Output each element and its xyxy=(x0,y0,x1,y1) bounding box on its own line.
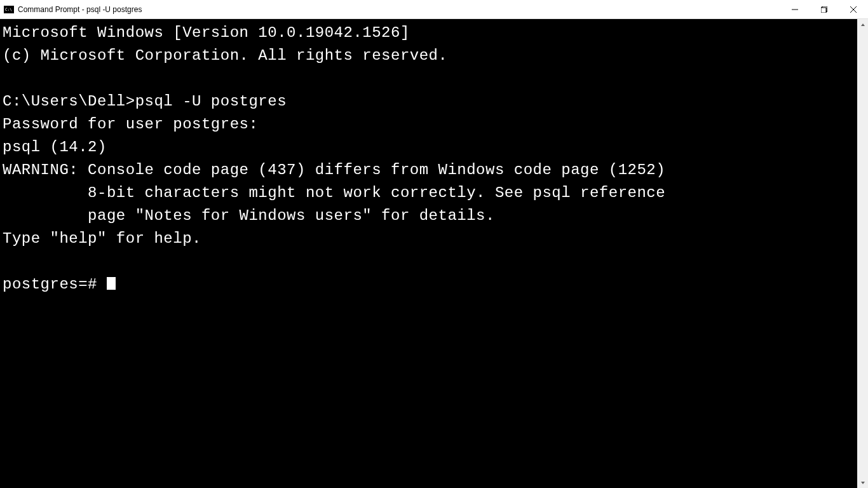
cursor-icon xyxy=(107,277,116,290)
terminal-prompt: postgres=# xyxy=(3,276,107,293)
titlebar-left: C:\ Command Prompt - psql -U postgres xyxy=(0,4,142,15)
maximize-button[interactable] xyxy=(810,0,839,18)
window-titlebar: C:\ Command Prompt - psql -U postgres xyxy=(0,0,868,19)
terminal-line: page "Notes for Windows users" for detai… xyxy=(3,207,495,224)
minimize-button[interactable] xyxy=(780,0,810,18)
svg-rect-7 xyxy=(821,8,826,13)
svg-text:C:\: C:\ xyxy=(5,7,12,11)
terminal-line: Password for user postgres: xyxy=(3,116,258,133)
svg-marker-14 xyxy=(861,24,865,26)
terminal-line: 8-bit characters might not work correctl… xyxy=(3,184,665,201)
window-controls xyxy=(780,0,868,18)
terminal-line: (c) Microsoft Corporation. All rights re… xyxy=(3,47,447,64)
terminal-line: C:\Users\Dell>psql -U postgres xyxy=(3,93,287,110)
vertical-scrollbar[interactable] xyxy=(857,19,868,488)
terminal-line: Microsoft Windows [Version 10.0.19042.15… xyxy=(3,24,410,41)
scroll-track[interactable] xyxy=(857,30,868,477)
terminal-line: WARNING: Console code page (437) differs… xyxy=(3,161,665,179)
terminal-output[interactable]: Microsoft Windows [Version 10.0.19042.15… xyxy=(0,19,857,488)
svg-marker-15 xyxy=(861,482,865,484)
close-button[interactable] xyxy=(839,0,868,18)
scroll-down-arrow-icon[interactable] xyxy=(857,477,868,488)
terminal-line: Type "help" for help. xyxy=(3,230,201,247)
window-title: Command Prompt - psql -U postgres xyxy=(18,5,142,14)
cmd-icon: C:\ xyxy=(4,4,14,15)
terminal-container: Microsoft Windows [Version 10.0.19042.15… xyxy=(0,19,868,488)
scroll-up-arrow-icon[interactable] xyxy=(857,19,868,30)
terminal-line: psql (14.2) xyxy=(3,139,107,156)
